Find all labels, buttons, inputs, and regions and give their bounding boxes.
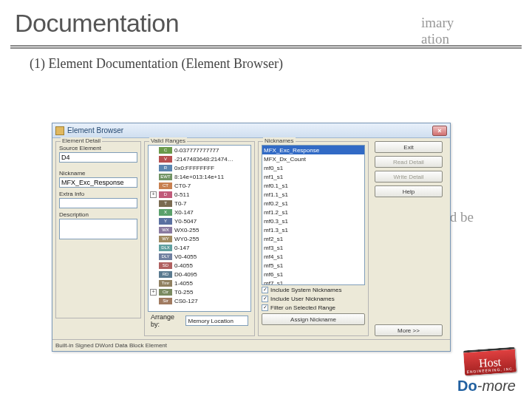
statusbar: Built-in Signed DWord Data Block Element (52, 339, 450, 351)
range-row[interactable]: −WXWX0-255 (149, 225, 250, 234)
more-button[interactable]: More >> (375, 324, 443, 336)
type-tag: Tmr (159, 280, 172, 287)
include-system-nicknames[interactable]: ✓ Include System Nicknames (262, 285, 365, 294)
nickname-row[interactable]: mf0.2_s1 (262, 199, 364, 208)
nickname-row[interactable]: mf5_s1 (262, 261, 364, 270)
assign-nickname-button[interactable]: Assign Nickname (262, 313, 365, 325)
nickname-row[interactable]: MFX_Dx_Count (262, 154, 364, 163)
close-icon: × (437, 127, 441, 134)
arrange-by-label: Arrange by: (151, 313, 183, 328)
range-row[interactable]: +D0-511 (149, 190, 250, 199)
type-tag: C (159, 147, 172, 154)
group-label: Nicknames (263, 137, 296, 144)
expand-icon[interactable]: + (150, 191, 157, 198)
nickname-row[interactable]: mf1.2_s1 (262, 208, 364, 216)
exit-button[interactable]: Exit (375, 141, 443, 153)
range-row[interactable]: −SD0-4055 (149, 261, 250, 270)
range-text: V0-4055 (174, 253, 197, 260)
nickname-row[interactable]: mf1_s1 (262, 172, 364, 181)
check-icon: ✓ (262, 304, 268, 311)
range-text: Y0-5047 (174, 218, 197, 225)
help-button[interactable]: Help (375, 185, 443, 197)
range-row[interactable]: −WYWY0-255 (149, 234, 250, 243)
range-text: WX0-255 (174, 227, 199, 233)
nickname-row[interactable]: mf0.1_s1 (262, 181, 364, 190)
expand-icon[interactable]: + (150, 289, 157, 296)
range-text: CT0-7 (174, 183, 191, 189)
nickname-row[interactable]: mf1.3_s1 (262, 225, 364, 234)
arrange-by-value: Memory Location (188, 318, 233, 324)
group-label: Valid Ranges (149, 137, 187, 144)
type-tag: X (159, 209, 172, 216)
nickname-row-selected[interactable]: MFX_Exc_Response (262, 146, 364, 154)
source-element-label: Source Element (59, 145, 137, 151)
range-row[interactable]: −DLX0-147 (149, 243, 250, 252)
include-user-nicknames[interactable]: ✓ Include User Nicknames (262, 294, 365, 303)
range-row[interactable]: −RDD0-4095 (149, 270, 250, 279)
range-text: T0-7 (174, 200, 186, 207)
close-button[interactable]: × (432, 126, 447, 136)
nickname-row[interactable]: mf1.1_s1 (262, 190, 364, 199)
nickname-input[interactable]: MFX_Exc_Response (59, 177, 137, 188)
nicknames-group: Nicknames MFX_Exc_ResponseMFX_Dx_Countmf… (258, 141, 369, 336)
checkbox-label: Include System Nicknames (270, 287, 341, 293)
read-detail-button[interactable]: Read Detail (375, 156, 443, 168)
background-text-partial-1: imary ation (421, 15, 454, 47)
arrange-by-select[interactable]: Memory Location (185, 316, 248, 326)
element-browser-dialog: Element Browser × Element Detail Source … (52, 123, 451, 352)
valid-ranges-panel: Valid Ranges −C0-037777777777−V-21474836… (144, 141, 255, 336)
type-tag: T (159, 200, 172, 207)
type-tag: Ctr (159, 289, 172, 296)
element-detail-panel: Element Detail Source Element D4 Nicknam… (55, 141, 141, 336)
range-row[interactable]: −StrCS0-127 (149, 296, 250, 305)
type-tag: D (159, 191, 172, 198)
type-tag: WY (159, 236, 172, 242)
group-label: Element Detail (61, 137, 102, 144)
range-row[interactable]: −YY0-5047 (149, 216, 250, 225)
source-element-input[interactable]: D4 (59, 152, 137, 163)
extra-info-input[interactable] (59, 198, 137, 208)
range-text: 0-037777777777 (174, 147, 219, 154)
nickname-row[interactable]: mf7_s1 (262, 279, 364, 285)
nickname-row[interactable]: mf4_s1 (262, 252, 364, 261)
nickname-row[interactable]: mf6_s1 (262, 270, 364, 279)
arrange-row: Arrange by: Memory Location (148, 312, 251, 330)
nicknames-panel: Nicknames MFX_Exc_ResponseMFX_Dx_Countmf… (258, 141, 369, 336)
type-tag: DLX (159, 245, 172, 251)
host-logo-sub: ENGINEERING, INC. (466, 366, 514, 375)
nickname-row[interactable]: mf2_s1 (262, 234, 364, 243)
range-row[interactable]: −Tmr1-4055 (149, 279, 250, 287)
do-more-rest: -more (477, 378, 516, 394)
type-tag: DLY (159, 253, 172, 260)
nicknames-list[interactable]: MFX_Exc_ResponseMFX_Dx_Countmf0_s1mf1_s1… (262, 145, 365, 285)
valid-ranges-list[interactable]: −C0-037777777777−V-2147483648:21474…−R0x… (148, 145, 251, 312)
type-tag: SD (159, 262, 172, 269)
dialog-right-buttons: Exit Read Detail Write Detail Help More … (372, 141, 443, 336)
do-more-do: Do (457, 378, 477, 394)
write-detail-button[interactable]: Write Detail (375, 171, 443, 183)
range-row[interactable]: +CtrT0-255 (149, 287, 250, 296)
range-row[interactable]: −DLYV0-4055 (149, 252, 250, 261)
nickname-row[interactable]: mf0.3_s1 (262, 216, 364, 225)
titlebar[interactable]: Element Browser × (52, 123, 450, 138)
nickname-row[interactable]: mf0_s1 (262, 163, 364, 172)
description-input[interactable] (59, 219, 137, 239)
range-row[interactable]: −C0-037777777777 (149, 146, 250, 154)
nickname-row[interactable]: mf3_s1 (262, 243, 364, 252)
range-row[interactable]: −XX0-147 (149, 208, 250, 216)
range-row[interactable]: −TT0-7 (149, 199, 250, 208)
range-text: 0-147 (174, 245, 189, 251)
type-tag: CT (159, 183, 172, 189)
filter-on-selected-range[interactable]: ✓ Filter on Selected Range (262, 303, 365, 312)
slide-heading: (1) Element Documentation (Element Brows… (30, 56, 502, 72)
range-text: 0x0:FFFFFFFF (174, 165, 214, 171)
type-tag: Y (159, 218, 172, 225)
range-row[interactable]: −V-2147483648:21474… (149, 154, 250, 163)
range-row[interactable]: −R0x0:FFFFFFFF (149, 163, 250, 172)
range-text: T0-255 (174, 289, 193, 296)
element-detail-group: Element Detail Source Element D4 Nicknam… (55, 141, 141, 318)
range-text: WY0-255 (174, 236, 199, 242)
range-row[interactable]: −CTCT0-7 (149, 181, 250, 190)
range-row[interactable]: −EWT8:14e+013:14e+11 (149, 172, 250, 181)
range-text: 0-511 (174, 191, 189, 198)
